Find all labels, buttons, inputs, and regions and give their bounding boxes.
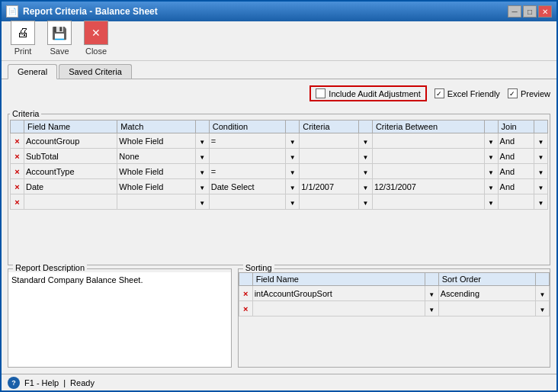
col-header-join-dd — [534, 120, 548, 133]
criteria-join-dd-2[interactable]: ▼ — [534, 164, 548, 179]
criteria-bet-dd-3[interactable]: ▼ — [484, 179, 498, 194]
col-header-condition: Condition — [209, 120, 285, 133]
maximize-button[interactable]: □ — [523, 5, 537, 18]
criteria-row-1: × SubTotal None ▼ ▼ ▼ ▼ And ▼ — [11, 149, 548, 164]
criteria-between-1 — [372, 149, 484, 164]
criteria-cond-dd-2[interactable]: ▼ — [286, 164, 300, 179]
criteria-match-dd-0[interactable]: ▼ — [195, 133, 209, 149]
criteria-crit-dd-0[interactable]: ▼ — [358, 133, 372, 149]
criteria-cond-dd-4[interactable]: ▼ — [286, 194, 300, 210]
criteria-join-0: And — [498, 133, 534, 149]
criteria-field-2: AccountType — [24, 164, 117, 179]
criteria-condition-3: Date Select — [209, 179, 285, 194]
criteria-between-3: 12/31/2007 — [372, 179, 484, 194]
criteria-crit-dd-1[interactable]: ▼ — [358, 149, 372, 164]
close-button[interactable]: ✕ Close — [81, 19, 111, 57]
sort-col-field: Field Name — [252, 273, 425, 286]
criteria-legend: Criteria — [10, 109, 41, 118]
sort-field-dd-0[interactable]: ▼ — [425, 286, 438, 301]
sort-x-1[interactable]: × — [239, 301, 252, 316]
criteria-match-2: Whole Field — [117, 164, 195, 179]
tab-bar: General Saved Criteria — [2, 61, 556, 79]
close-icon: ✕ — [84, 21, 108, 45]
sort-field-0: intAccountGroupSort — [252, 286, 425, 301]
help-label[interactable]: F1 - Help — [24, 378, 59, 387]
sort-order-0: Ascending — [438, 286, 535, 301]
col-header-field: Field Name — [24, 120, 117, 133]
criteria-crit-dd-3[interactable]: ▼ — [358, 179, 372, 194]
criteria-table-wrap: Field Name Match Condition Criteria Crit… — [10, 120, 548, 263]
criteria-match-dd-4[interactable]: ▼ — [195, 194, 209, 210]
report-desc-label: Report Description — [13, 263, 87, 272]
criteria-criteria-3: 1/1/2007 — [300, 179, 359, 194]
excel-friendly-checkbox-group[interactable]: ✓ Excel Friendly — [435, 88, 500, 98]
criteria-cond-dd-3[interactable]: ▼ — [286, 179, 300, 194]
criteria-criteria-1 — [300, 149, 359, 164]
criteria-crit-dd-2[interactable]: ▼ — [358, 164, 372, 179]
criteria-match-dd-1[interactable]: ▼ — [195, 149, 209, 164]
col-header-crit-dd — [358, 120, 372, 133]
criteria-bet-dd-4[interactable]: ▼ — [484, 194, 498, 210]
criteria-match-dd-3[interactable]: ▼ — [195, 179, 209, 194]
sort-x-0[interactable]: × — [239, 286, 252, 301]
criteria-x-4[interactable]: × — [11, 194, 24, 210]
criteria-x-3[interactable]: × — [11, 179, 24, 194]
criteria-bet-dd-1[interactable]: ▼ — [484, 149, 498, 164]
criteria-row-3: × Date Whole Field ▼ Date Select ▼ 1/1/2… — [11, 179, 548, 194]
criteria-join-dd-0[interactable]: ▼ — [534, 133, 548, 149]
sort-field-1 — [252, 301, 425, 316]
col-header-bet-dd — [484, 120, 498, 133]
criteria-join-dd-1[interactable]: ▼ — [534, 149, 548, 164]
print-button[interactable]: 🖨 Print — [8, 19, 38, 57]
help-icon[interactable]: ? — [8, 377, 20, 389]
close-window-button[interactable]: ✕ — [538, 5, 552, 18]
criteria-x-2[interactable]: × — [11, 164, 24, 179]
criteria-cond-dd-0[interactable]: ▼ — [286, 133, 300, 149]
sort-col-x — [239, 273, 252, 286]
col-header-match-dd — [195, 120, 209, 133]
preview-checkbox-group[interactable]: ✓ Preview — [508, 88, 550, 98]
status-bar: ? F1 - Help | Ready — [2, 374, 556, 390]
tab-saved-criteria[interactable]: Saved Criteria — [59, 64, 132, 79]
criteria-crit-dd-4[interactable]: ▼ — [358, 194, 372, 210]
toolbar: 🖨 Print 💾 Save ✕ Close — [2, 21, 556, 61]
include-audit-checkbox-group[interactable]: Include Audit Adjustment — [309, 85, 426, 101]
criteria-bet-dd-0[interactable]: ▼ — [484, 133, 498, 149]
sort-field-dd-1[interactable]: ▼ — [425, 301, 438, 316]
criteria-match-4 — [117, 194, 195, 210]
window-icon: 📄 — [6, 5, 18, 18]
tab-general[interactable]: General — [8, 64, 57, 79]
preview-checkbox[interactable]: ✓ — [508, 88, 518, 98]
criteria-join-dd-4[interactable]: ▼ — [534, 194, 548, 210]
criteria-join-dd-3[interactable]: ▼ — [534, 179, 548, 194]
sort-col-order-dd — [536, 273, 550, 286]
criteria-match-dd-2[interactable]: ▼ — [195, 164, 209, 179]
save-button[interactable]: 💾 Save — [44, 19, 75, 57]
criteria-condition-0: = — [209, 133, 285, 149]
main-window: 📄 Report Criteria - Balance Sheet ─ □ ✕ … — [0, 0, 558, 392]
criteria-join-2: And — [498, 164, 534, 179]
criteria-bet-dd-2[interactable]: ▼ — [484, 164, 498, 179]
criteria-x-0[interactable]: × — [11, 133, 24, 149]
criteria-field-0: AccountGroup — [24, 133, 117, 149]
col-header-join: Join — [498, 120, 534, 133]
criteria-between-2 — [372, 164, 484, 179]
criteria-x-1[interactable]: × — [11, 149, 24, 164]
sort-order-dd-0[interactable]: ▼ — [536, 286, 550, 301]
criteria-cond-dd-1[interactable]: ▼ — [286, 149, 300, 164]
include-audit-checkbox[interactable] — [316, 88, 326, 98]
criteria-criteria-4 — [300, 194, 359, 210]
sort-order-1 — [438, 301, 535, 316]
minimize-button[interactable]: ─ — [508, 5, 521, 18]
criteria-join-3: And — [498, 179, 534, 194]
excel-friendly-checkbox[interactable]: ✓ — [435, 88, 444, 98]
sort-order-dd-1[interactable]: ▼ — [536, 301, 550, 316]
sorting-table: Field Name Sort Order × intAccountGroupS… — [239, 272, 550, 316]
report-description-textarea[interactable] — [8, 272, 231, 367]
criteria-condition-1 — [209, 149, 285, 164]
col-header-cond-dd — [286, 120, 300, 133]
criteria-condition-2: = — [209, 164, 285, 179]
criteria-between-0 — [372, 133, 484, 149]
criteria-match-1: None — [117, 149, 195, 164]
sort-col-order: Sort Order — [438, 273, 535, 286]
